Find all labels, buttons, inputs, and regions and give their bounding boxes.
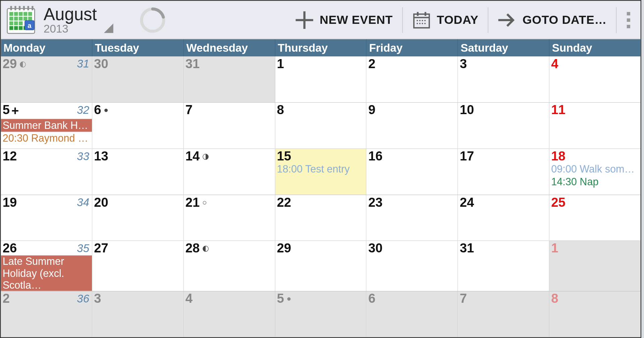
day-cell[interactable]: 29	[275, 241, 367, 291]
day-cell[interactable]: 1	[275, 56, 367, 102]
day-cell[interactable]: 6	[367, 291, 458, 337]
today-button[interactable]: TODAY	[402, 7, 488, 33]
day-cell[interactable]: 2635Late Summer Holiday (excl. Scotla…	[1, 241, 93, 291]
action-buttons: NEW EVENT TODAY GOTO DATE…	[285, 1, 637, 39]
day-number: 2	[368, 57, 375, 70]
day-cell[interactable]: 4	[549, 56, 640, 102]
app-icon[interactable]: a	[6, 5, 36, 35]
svg-rect-8	[14, 12, 18, 15]
event-entry[interactable]: 18:00 Test entry	[277, 162, 364, 175]
svg-rect-20	[9, 26, 13, 30]
day-cell[interactable]: 11	[549, 103, 640, 148]
day-cell[interactable]: 1809:00 Walk some…14:30 Nap	[549, 149, 640, 194]
week-row: 2635Late Summer Holiday (excl. Scotla…27…	[1, 241, 641, 291]
day-cell[interactable]: 24	[458, 195, 550, 241]
day-number: 22	[277, 196, 291, 208]
day-cell[interactable]: 4	[184, 291, 275, 337]
day-cell[interactable]: 5+32Summer Bank H…20:30 Raymond …	[1, 103, 93, 148]
day-cell[interactable]: 8	[275, 103, 367, 148]
weekday-col: Friday	[367, 39, 458, 56]
day-number: 27	[94, 242, 108, 255]
svg-rect-39	[424, 12, 426, 15]
day-cell[interactable]: 6●	[92, 103, 184, 148]
event-entry[interactable]: 20:30 Raymond …	[3, 132, 90, 144]
week-row: 12331314◑1518:00 Test entry16171809:00 W…	[1, 148, 641, 194]
day-cell[interactable]: 9	[367, 103, 458, 148]
svg-rect-1	[10, 6, 12, 10]
sync-progress-icon	[139, 6, 166, 34]
day-number: 25	[551, 196, 566, 208]
weekday-col: Sunday	[549, 39, 640, 56]
event-entry[interactable]: Summer Bank H…	[1, 119, 92, 132]
event-entry[interactable]: 09:00 Walk some…	[551, 162, 639, 175]
day-cell[interactable]: 23	[367, 195, 458, 241]
weekday-col: Tuesday	[92, 39, 184, 56]
svg-point-33	[424, 20, 426, 21]
event-entry[interactable]: Late Summer Holiday (excl. Scotla…	[1, 255, 92, 291]
day-number: 1	[277, 57, 284, 70]
day-number: 2	[3, 292, 10, 305]
day-cell[interactable]: 7	[184, 103, 275, 148]
new-event-button[interactable]: NEW EVENT	[285, 7, 402, 33]
day-number: 4	[185, 292, 193, 305]
day-cell[interactable]: 29◐31	[1, 56, 93, 102]
day-cell[interactable]: 5●	[275, 291, 367, 337]
day-cell[interactable]: 16	[367, 149, 458, 194]
svg-rect-22	[19, 26, 22, 30]
svg-rect-7	[9, 12, 13, 15]
day-cell[interactable]: 14◑	[184, 149, 275, 194]
svg-text:a: a	[28, 21, 32, 29]
view-picker[interactable]: August 2013	[44, 5, 97, 35]
day-number: 3	[94, 292, 101, 305]
day-cell[interactable]: 1	[549, 241, 640, 291]
day-cell[interactable]: 28◐	[184, 241, 275, 291]
day-number: 6	[368, 292, 375, 305]
moon-phase-icon: ○	[202, 196, 207, 208]
day-cell[interactable]: 236	[1, 291, 93, 337]
day-cell[interactable]: 1934	[1, 195, 93, 241]
day-cell[interactable]: 3	[458, 56, 550, 102]
weekday-col: Thursday	[275, 39, 367, 56]
more-events-indicator: +	[11, 103, 19, 118]
day-cell[interactable]: 17	[458, 149, 550, 194]
calendar-app: a August 2013 NEW EVENT	[0, 0, 641, 338]
day-cell[interactable]: 20	[92, 195, 184, 241]
svg-rect-12	[9, 16, 13, 20]
overflow-menu-button[interactable]	[620, 12, 637, 28]
day-cell[interactable]: 13	[92, 149, 184, 194]
day-cell[interactable]: 1233	[1, 149, 93, 194]
day-cell[interactable]: 3	[92, 291, 184, 337]
goto-date-button[interactable]: GOTO DATE…	[488, 7, 616, 33]
event-entry[interactable]: 14:30 Nap	[551, 175, 639, 188]
svg-point-35	[419, 22, 420, 24]
day-cell[interactable]: 2	[367, 56, 458, 102]
day-cell[interactable]: 31	[184, 56, 275, 102]
day-cell[interactable]: 22	[275, 195, 367, 241]
svg-point-30	[417, 20, 418, 21]
day-cell[interactable]: 10	[458, 103, 550, 148]
day-cell[interactable]: 1518:00 Test entry	[275, 149, 367, 194]
svg-rect-11	[28, 12, 32, 15]
week-number: 31	[77, 57, 89, 71]
day-number: 12	[3, 150, 17, 162]
day-cell[interactable]: 7	[458, 291, 550, 337]
day-cell[interactable]: 8	[549, 291, 640, 337]
plus-icon	[295, 10, 314, 29]
day-number: 11	[551, 103, 566, 116]
day-cell[interactable]: 21○	[184, 195, 275, 241]
day-cell[interactable]: 30	[367, 241, 458, 291]
day-cell[interactable]: 31	[458, 241, 550, 291]
moon-phase-icon: ◐	[19, 57, 26, 70]
moon-phase-icon: ●	[286, 292, 291, 305]
arrow-right-icon	[498, 10, 517, 29]
svg-rect-6	[32, 6, 33, 10]
svg-point-36	[422, 22, 423, 24]
day-cell[interactable]: 30	[92, 56, 184, 102]
day-number: 30	[368, 242, 383, 255]
goto-date-label: GOTO DATE…	[523, 13, 607, 27]
calendar-icon	[412, 10, 431, 29]
day-cell[interactable]: 25	[549, 195, 640, 241]
day-number: 8	[277, 103, 284, 116]
day-number: 10	[460, 103, 474, 116]
day-cell[interactable]: 27	[92, 241, 184, 291]
